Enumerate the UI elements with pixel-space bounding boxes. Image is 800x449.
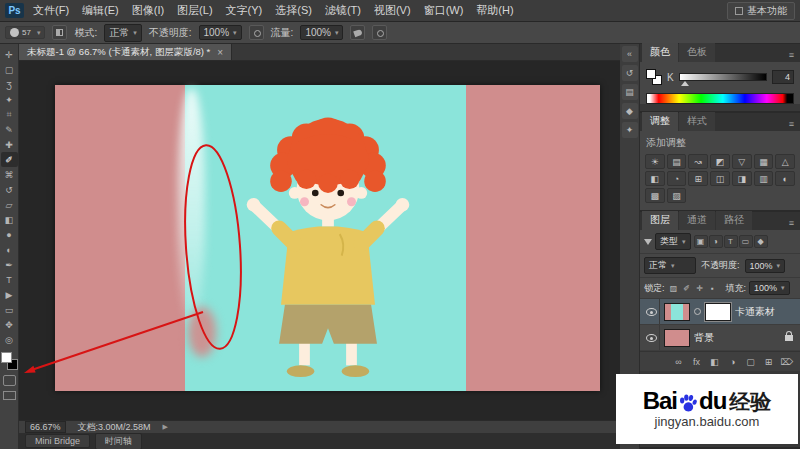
document-tab[interactable]: 未标题-1 @ 66.7% (卡通素材, 图层蒙版/8) * × [19, 44, 232, 60]
channel-value-field[interactable]: 4 [772, 70, 794, 84]
brush-tool[interactable]: ✐ [1, 152, 18, 167]
menu-item[interactable]: 文件(F) [33, 3, 69, 18]
threshold-icon[interactable]: ◐ [775, 171, 795, 186]
curves-icon[interactable]: ↝ [688, 154, 708, 169]
tab-adjustments[interactable]: 调整 [642, 112, 678, 131]
add-layer-mask-icon[interactable]: ◧ [707, 355, 722, 368]
layer-row-background[interactable]: 背景 [640, 325, 800, 351]
filter-type-icon[interactable]: T [724, 235, 738, 248]
k-channel-slider[interactable] [679, 73, 767, 81]
channel-mixer-icon[interactable]: ⊞ [688, 171, 708, 186]
foreground-color-swatch[interactable] [1, 352, 12, 363]
panel-color-swatches[interactable] [646, 69, 662, 85]
eraser-tool[interactable]: ▱ [1, 197, 18, 212]
eyedropper-tool[interactable]: ✎ [1, 122, 18, 137]
airbrush-toggle-icon[interactable] [350, 25, 365, 40]
blur-tool[interactable]: ● [1, 227, 18, 242]
lock-all-icon[interactable]: ▪ [707, 282, 719, 294]
panel-menu-icon[interactable]: ≡ [785, 216, 798, 230]
menu-item[interactable]: 视图(V) [374, 3, 411, 18]
photo-filter-icon[interactable]: ◔ [667, 171, 687, 186]
layer-mask-thumbnail[interactable] [705, 303, 731, 321]
tab-styles[interactable]: 样式 [679, 112, 715, 131]
color-lookup-icon[interactable]: ◫ [710, 171, 730, 186]
gradient-map-icon[interactable]: ▩ [645, 188, 665, 203]
filter-smart-object-icon[interactable]: ◆ [754, 235, 768, 248]
history-brush-tool[interactable]: ↺ [1, 182, 18, 197]
slider-handle[interactable] [681, 81, 689, 86]
navigator-panel-icon[interactable]: ✦ [622, 122, 638, 138]
tab-color[interactable]: 颜色 [642, 43, 678, 62]
menu-item[interactable]: 编辑(E) [82, 3, 119, 18]
levels-icon[interactable]: ▤ [667, 154, 687, 169]
layer-name[interactable]: 卡通素材 [735, 305, 796, 319]
layer-thumbnail[interactable] [664, 329, 690, 347]
quick-mask-icon[interactable] [3, 375, 16, 386]
exposure-icon[interactable]: ◩ [710, 154, 730, 169]
canvas-area[interactable] [19, 61, 620, 420]
vibrance-icon[interactable]: ▽ [732, 154, 752, 169]
layer-thumbnail[interactable] [664, 303, 690, 321]
panel-menu-icon[interactable]: ≡ [785, 117, 798, 131]
menu-item[interactable]: 文字(Y) [226, 3, 263, 18]
visibility-toggle[interactable] [644, 325, 660, 350]
screen-mode-icon[interactable] [3, 391, 16, 400]
brightness-contrast-icon[interactable]: ☀ [645, 154, 665, 169]
color-spectrum-ramp[interactable] [646, 93, 794, 104]
pressure-size-icon[interactable] [372, 25, 387, 40]
status-options-arrow-icon[interactable]: ▶ [163, 423, 168, 431]
type-tool[interactable]: T [1, 272, 18, 287]
lock-position-icon[interactable]: ✛ [694, 282, 706, 294]
properties-panel-icon[interactable]: ▤ [622, 84, 638, 100]
healing-brush-tool[interactable]: ✚ [1, 137, 18, 152]
menu-item[interactable]: 选择(S) [275, 3, 312, 18]
bottom-panel-tab[interactable]: Mini Bridge [25, 434, 90, 448]
shape-tool[interactable]: ▭ [1, 302, 18, 317]
path-selection-tool[interactable]: ▶ [1, 287, 18, 302]
new-layer-icon[interactable]: ⊞ [761, 355, 776, 368]
layer-name[interactable]: 背景 [694, 331, 781, 345]
pen-tool[interactable]: ✒ [1, 257, 18, 272]
close-tab-icon[interactable]: × [217, 47, 223, 58]
gradient-tool[interactable]: ◧ [1, 212, 18, 227]
workspace-switcher[interactable]: 基本功能 [727, 2, 795, 20]
tab-paths[interactable]: 路径 [716, 211, 752, 230]
flow-select[interactable]: 100% [300, 25, 343, 40]
info-panel-icon[interactable]: ◆ [622, 103, 638, 119]
pressure-opacity-icon[interactable] [249, 25, 264, 40]
hand-tool[interactable]: ✥ [1, 317, 18, 332]
move-tool[interactable]: ✛ [1, 47, 18, 62]
tab-layers[interactable]: 图层 [642, 211, 678, 230]
blend-mode-select[interactable]: 正常 [104, 24, 142, 42]
new-group-icon[interactable]: ▢ [743, 355, 758, 368]
menu-item[interactable]: 图像(I) [132, 3, 164, 18]
menu-item[interactable]: 窗口(W) [424, 3, 464, 18]
history-panel-icon[interactable]: ↺ [622, 65, 638, 81]
invert-icon[interactable]: ◨ [732, 171, 752, 186]
posterize-icon[interactable]: ▥ [754, 171, 774, 186]
panel-foreground-swatch[interactable] [646, 69, 656, 79]
color-balance-icon[interactable]: △ [775, 154, 795, 169]
tab-channels[interactable]: 通道 [679, 211, 715, 230]
bottom-panel-tab[interactable]: 时间轴 [95, 433, 142, 449]
visibility-toggle[interactable] [644, 299, 660, 324]
brush-preset-picker[interactable]: 57 [5, 26, 45, 39]
crop-tool[interactable]: ⌗ [1, 107, 18, 122]
lock-pixels-icon[interactable]: ✐ [681, 282, 693, 294]
new-adjustment-layer-icon[interactable]: ◑ [725, 355, 740, 368]
collapse-panels-icon[interactable]: « [622, 46, 638, 62]
hue-saturation-icon[interactable]: ▦ [754, 154, 774, 169]
lasso-tool[interactable]: Ʒ [1, 77, 18, 92]
selective-color-icon[interactable]: ▨ [667, 188, 687, 203]
layer-row-cartoon[interactable]: 卡通素材 [640, 299, 800, 325]
tab-swatches[interactable]: 色板 [679, 43, 715, 62]
delete-layer-icon[interactable]: ⌦ [779, 355, 794, 368]
clone-stamp-tool[interactable]: ⌘ [1, 167, 18, 182]
fill-select[interactable]: 100% [749, 281, 790, 295]
toggle-brush-panel-button[interactable] [52, 25, 67, 40]
photoshop-logo-icon[interactable]: Ps [5, 3, 24, 18]
filter-adjustment-icon[interactable]: ◑ [709, 235, 723, 248]
menu-item[interactable]: 帮助(H) [476, 3, 513, 18]
marquee-tool[interactable]: ▢ [1, 62, 18, 77]
quick-selection-tool[interactable]: ✦ [1, 92, 18, 107]
